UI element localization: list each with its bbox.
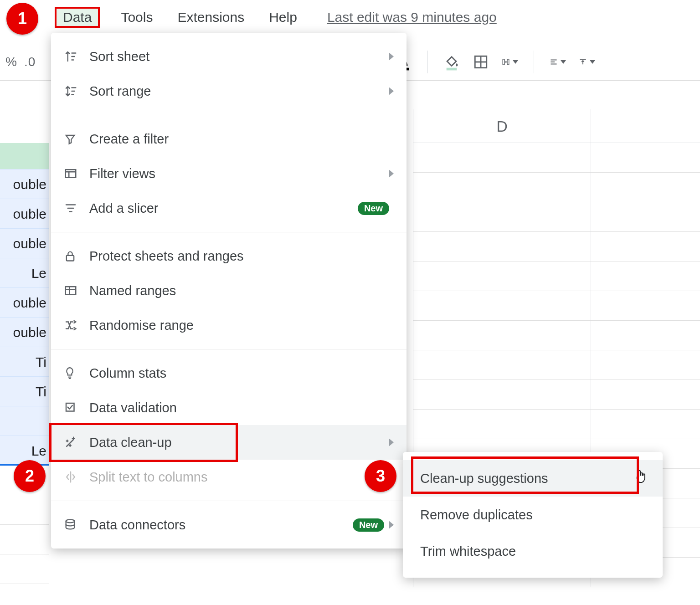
- column-header-e[interactable]: [591, 109, 700, 143]
- pointer-cursor-icon: [633, 469, 647, 485]
- cell[interactable]: [591, 291, 700, 321]
- cell[interactable]: [413, 410, 591, 439]
- menu-separator: [51, 115, 407, 115]
- menu-data[interactable]: Data: [55, 7, 100, 28]
- menu-sort-range[interactable]: Sort range: [51, 74, 407, 108]
- menu-named-ranges[interactable]: Named ranges: [51, 273, 407, 308]
- cell[interactable]: ouble: [0, 229, 49, 258]
- submenu-arrow-icon: [389, 52, 394, 61]
- cell[interactable]: [0, 525, 49, 554]
- menu-split-text: Split text to columns: [51, 460, 407, 494]
- cell[interactable]: [413, 291, 591, 321]
- cell[interactable]: [591, 321, 700, 350]
- new-badge: New: [353, 518, 384, 532]
- menu-separator: [51, 501, 407, 501]
- callout-2: 2: [14, 460, 46, 492]
- cell[interactable]: [413, 173, 591, 202]
- cell[interactable]: [413, 350, 591, 380]
- menu-data-validation[interactable]: Data validation: [51, 390, 407, 425]
- submenu-cleanup-suggestions[interactable]: Clean-up suggestions: [403, 460, 663, 497]
- menu-create-filter[interactable]: Create a filter: [51, 122, 407, 156]
- menu-data-label: Data: [63, 10, 92, 25]
- cell[interactable]: [591, 410, 700, 439]
- menu-item-label: Protect sheets and ranges: [89, 249, 394, 264]
- cell[interactable]: [591, 380, 700, 410]
- cell[interactable]: [0, 495, 49, 525]
- submenu-arrow-icon: [389, 169, 394, 178]
- menu-help[interactable]: Help: [265, 8, 301, 27]
- vertical-align-icon[interactable]: [579, 54, 595, 70]
- cell[interactable]: [413, 321, 591, 350]
- toolbar-decimal-less[interactable]: .0: [24, 55, 36, 69]
- menu-item-label: Sort range: [89, 84, 389, 99]
- lock-icon: [64, 249, 89, 263]
- menu-extensions[interactable]: Extensions: [174, 8, 248, 27]
- cell[interactable]: Ti: [0, 377, 49, 406]
- svg-rect-2: [447, 68, 457, 71]
- cell[interactable]: [591, 143, 700, 173]
- menu-tools[interactable]: Tools: [117, 8, 156, 27]
- menu-randomise-range[interactable]: Randomise range: [51, 308, 407, 343]
- cell[interactable]: [591, 261, 700, 291]
- toolbar-percent[interactable]: %: [5, 55, 17, 69]
- filter-views-icon: [64, 167, 89, 180]
- menu-data-cleanup[interactable]: Data clean-up: [51, 425, 407, 460]
- cell[interactable]: [591, 173, 700, 202]
- submenu-remove-duplicates[interactable]: Remove duplicates: [403, 497, 663, 533]
- menu-item-label: Randomise range: [89, 318, 394, 333]
- menu-add-slicer[interactable]: Add a slicer New: [51, 191, 407, 226]
- cell[interactable]: Le: [0, 258, 49, 288]
- cell[interactable]: ouble: [0, 199, 49, 229]
- slicer-icon: [64, 202, 89, 214]
- menu-item-label: Filter views: [89, 166, 389, 181]
- menu-item-label: Add a slicer: [89, 201, 358, 216]
- sparkle-wand-icon: [64, 436, 89, 449]
- data-cleanup-submenu: Clean-up suggestions Remove duplicates T…: [403, 452, 663, 578]
- cell[interactable]: ouble: [0, 288, 49, 318]
- column-header-d[interactable]: D: [413, 109, 591, 143]
- borders-icon[interactable]: [473, 54, 489, 70]
- fill-color-icon[interactable]: [443, 54, 460, 70]
- toolbar-separator: [427, 51, 428, 73]
- submenu-arrow-icon: [389, 438, 394, 446]
- cell[interactable]: [591, 232, 700, 261]
- menu-separator: [51, 349, 407, 349]
- submenu-item-label: Trim whitespace: [420, 544, 516, 559]
- split-text-icon: [64, 470, 89, 484]
- cell[interactable]: [591, 350, 700, 380]
- horizontal-align-icon[interactable]: [550, 54, 566, 70]
- svg-rect-17: [66, 287, 76, 295]
- menu-separator: [51, 232, 407, 232]
- cell[interactable]: [0, 554, 49, 584]
- sort-sheet-icon: [64, 50, 89, 63]
- cell[interactable]: [413, 202, 591, 232]
- menu-sort-sheet[interactable]: Sort sheet: [51, 39, 407, 74]
- cell[interactable]: ouble: [0, 169, 49, 199]
- callout-3: 3: [365, 460, 396, 492]
- data-menu-dropdown: Sort sheet Sort range Create a filter Fi…: [51, 33, 407, 549]
- cell[interactable]: ouble: [0, 318, 49, 347]
- menu-item-label: Data connectors: [89, 518, 353, 533]
- cell[interactable]: [413, 380, 591, 410]
- filter-icon: [64, 133, 89, 145]
- lightbulb-icon: [64, 366, 89, 380]
- submenu-trim-whitespace[interactable]: Trim whitespace: [403, 533, 663, 569]
- menu-protect-sheets[interactable]: Protect sheets and ranges: [51, 239, 407, 273]
- last-edit-link[interactable]: Last edit was 9 minutes ago: [327, 10, 497, 25]
- menu-filter-views[interactable]: Filter views: [51, 156, 407, 191]
- menu-column-stats[interactable]: Column stats: [51, 356, 407, 390]
- cell[interactable]: [413, 261, 591, 291]
- merge-cells-icon[interactable]: [502, 54, 518, 70]
- sort-range-icon: [64, 84, 89, 98]
- cell[interactable]: [591, 202, 700, 232]
- cell[interactable]: [0, 406, 49, 436]
- cell[interactable]: Ti: [0, 347, 49, 377]
- cell[interactable]: [413, 143, 591, 173]
- cell[interactable]: [0, 143, 49, 169]
- svg-rect-16: [67, 256, 74, 261]
- submenu-arrow-icon: [389, 87, 394, 95]
- cell[interactable]: [413, 232, 591, 261]
- toolbar-separator: [534, 51, 534, 73]
- menu-item-label: Column stats: [89, 366, 394, 381]
- menu-data-connectors[interactable]: Data connectors New: [51, 508, 407, 542]
